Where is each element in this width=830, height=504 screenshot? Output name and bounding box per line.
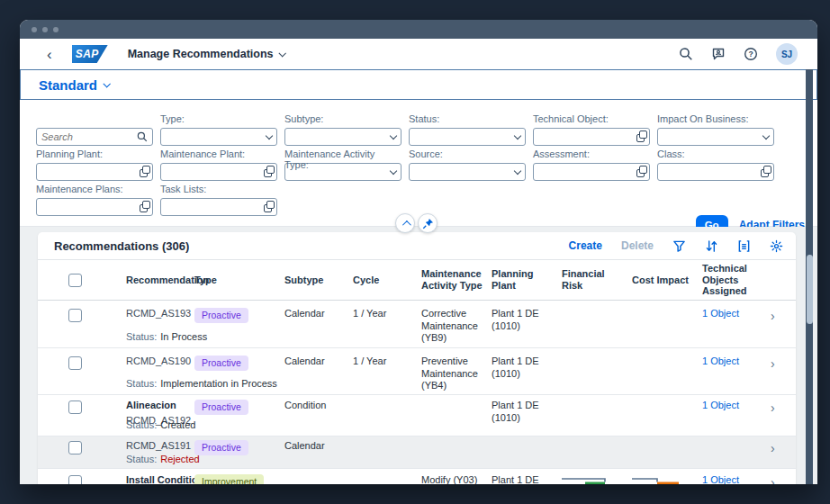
table-toolbar: Recommendations (306) Create Delete: [38, 232, 796, 259]
column-header-subtype[interactable]: Subtype: [284, 272, 353, 289]
select-all-checkbox[interactable]: [68, 274, 82, 287]
type-select[interactable]: [160, 128, 277, 146]
row-checkbox[interactable]: [68, 475, 82, 484]
table-row[interactable]: RCMD_AS193 Proactive Calendar 1 / Year C…: [38, 301, 796, 348]
avatar[interactable]: SJ: [776, 43, 798, 65]
sort-icon[interactable]: [705, 239, 718, 253]
column-header-cost-impact[interactable]: Cost Impact: [632, 272, 702, 289]
activity-type-value: Corrective Maintenance (YB9): [421, 308, 492, 345]
subtype-value: Condition: [284, 400, 353, 412]
table-row[interactable]: AlineacionRCMD_AS192 Proactive Condition…: [38, 395, 796, 436]
recommendation-id: RCMD_AS193: [126, 308, 189, 320]
search-icon[interactable]: [679, 47, 693, 61]
group-icon[interactable]: [737, 239, 751, 253]
row-navigation-chevron[interactable]: ›: [771, 440, 796, 454]
column-header-recommendation[interactable]: Recommendation: [126, 272, 194, 289]
filter-label: Class:: [657, 148, 774, 160]
filter-label: Subtype:: [284, 113, 401, 125]
filter-label: Planning Plant:: [36, 148, 153, 160]
technical-object-input[interactable]: [533, 128, 650, 146]
back-button[interactable]: ‹: [47, 47, 52, 62]
filter-icon[interactable]: [672, 239, 686, 253]
create-button[interactable]: Create: [569, 239, 602, 252]
technical-objects-link[interactable]: 1 Object: [702, 356, 739, 366]
row-navigation-chevron[interactable]: ›: [771, 356, 796, 370]
row-navigation-chevron[interactable]: ›: [771, 308, 796, 322]
row-navigation-chevron[interactable]: ›: [771, 400, 796, 414]
search-icon: [137, 131, 148, 142]
settings-icon[interactable]: [770, 239, 783, 253]
window-minimize-button[interactable]: [42, 27, 48, 32]
technical-objects-link[interactable]: 1 Object: [702, 400, 739, 410]
technical-objects-link[interactable]: 1 Object: [702, 474, 739, 484]
status-select[interactable]: [409, 128, 526, 146]
help-icon[interactable]: ?: [744, 47, 758, 61]
value-help-icon[interactable]: [140, 169, 148, 177]
row-checkbox[interactable]: [68, 356, 82, 370]
column-header-planning-plant[interactable]: Planning Plant: [492, 266, 562, 293]
search-field[interactable]: [36, 128, 153, 146]
avatar-initials: SJ: [781, 50, 792, 59]
row-checkbox[interactable]: [68, 309, 82, 322]
activity-type-value: Preventive Maintenance (YB4): [421, 356, 492, 392]
planning-plant-value: Plant 1 DE (1010): [492, 356, 562, 381]
chevron-down-icon: [514, 166, 521, 174]
row-checkbox[interactable]: [68, 400, 82, 414]
filter-label: Source:: [409, 148, 526, 160]
column-header-activity-type[interactable]: Maintenance Activity Type: [421, 266, 492, 293]
chevron-down-icon: [103, 80, 110, 87]
column-header-type[interactable]: Type: [194, 272, 284, 289]
recommendation-name: Install Condition Monitoring: [126, 474, 189, 484]
value-help-icon[interactable]: [761, 169, 769, 177]
assessment-input[interactable]: [533, 163, 650, 181]
status-line: Status:Rejected: [126, 454, 200, 464]
status-value: Rejected: [160, 454, 199, 464]
value-help-icon[interactable]: [140, 204, 148, 212]
scrollbar-thumb[interactable]: [807, 255, 813, 324]
status-line: Status:Implementation in Process: [126, 378, 277, 389]
impact-on-business-select[interactable]: [657, 128, 774, 146]
value-help-icon[interactable]: [636, 134, 645, 142]
subtype-value: Calendar: [284, 308, 353, 320]
planning-plant-value: Plant 1 DE (1010): [492, 308, 562, 333]
value-help-icon[interactable]: [264, 204, 272, 212]
filter-label: Type:: [160, 113, 277, 125]
window-close-button[interactable]: [32, 27, 37, 32]
sap-logo[interactable]: SAP: [72, 45, 108, 63]
technical-objects-link[interactable]: 1 Object: [702, 308, 739, 319]
copilot-icon[interactable]: [711, 47, 726, 61]
pin-filter-button[interactable]: [418, 213, 438, 233]
table-row[interactable]: RCMD_AS190 Proactive Calendar 1 / Year P…: [38, 348, 796, 395]
value-help-icon[interactable]: [636, 169, 645, 177]
source-select[interactable]: [409, 163, 526, 181]
window-maximize-button[interactable]: [53, 27, 59, 32]
collapse-filter-button[interactable]: [395, 213, 415, 233]
app-title[interactable]: Manage Recommendations: [128, 48, 284, 60]
column-header-cycle[interactable]: Cycle: [353, 272, 421, 289]
pin-icon: [422, 218, 434, 230]
maintenance-plans-input[interactable]: [36, 198, 153, 216]
filter-label: Impact On Business:: [657, 113, 774, 125]
row-navigation-chevron[interactable]: ›: [771, 474, 796, 484]
table-row[interactable]: Install Condition MonitoringImprovement_…: [38, 469, 796, 484]
subtype-select[interactable]: [284, 128, 401, 146]
task-lists-input[interactable]: [160, 198, 277, 216]
variant-selector[interactable]: Standard: [39, 77, 109, 93]
table-title: Recommendations (306): [54, 239, 189, 253]
status-value: In Process: [160, 331, 207, 342]
filter-bar: Type: Subtype: Status: Technical Object:…: [20, 100, 817, 227]
value-help-icon[interactable]: [264, 169, 272, 177]
column-header-technical-objects[interactable]: Technical Objects Assigned: [702, 260, 771, 300]
class-input[interactable]: [657, 163, 774, 181]
page-content: Recommendations (306) Create Delete Reco…: [20, 227, 817, 484]
filter-label: Maintenance Plans:: [36, 184, 153, 195]
row-checkbox[interactable]: [68, 441, 82, 454]
table-row[interactable]: RCMD_AS191 Proactive Calendar › Status:R…: [38, 436, 796, 469]
chevron-up-icon: [401, 220, 410, 229]
planning-plant-input[interactable]: [36, 163, 153, 181]
search-input[interactable]: [41, 131, 137, 142]
delete-button[interactable]: Delete: [621, 239, 654, 252]
filter-label: Maintenance Plant:: [160, 148, 277, 160]
maintenance-plant-input[interactable]: [160, 163, 277, 181]
column-header-financial-risk[interactable]: Financial Risk: [562, 266, 632, 293]
